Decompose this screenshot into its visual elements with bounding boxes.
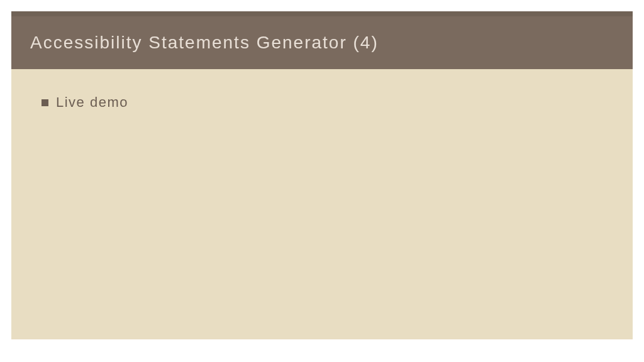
bullet-list: Live demo	[42, 94, 602, 111]
bullet-text: Live demo	[56, 94, 128, 111]
list-item: Live demo	[42, 94, 602, 111]
slide-title: Accessibility Statements Generator (4)	[30, 33, 614, 53]
slide-content-area: Live demo	[11, 69, 633, 339]
presentation-slide: Accessibility Statements Generator (4) L…	[0, 0, 644, 362]
square-bullet-icon	[42, 99, 48, 106]
slide-header: Accessibility Statements Generator (4)	[11, 11, 633, 69]
